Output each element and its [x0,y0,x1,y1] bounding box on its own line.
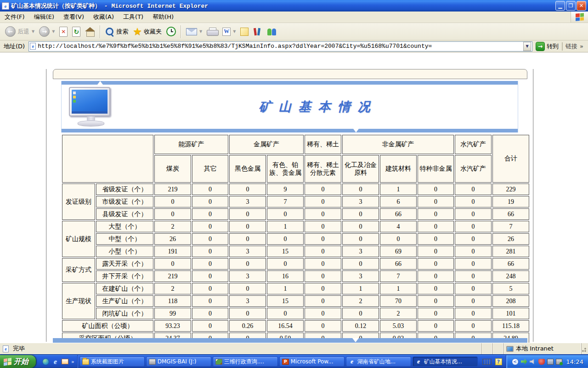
messenger-icon [267,28,277,36]
value-cell: 0 [418,283,454,294]
messenger-button[interactable] [265,24,279,39]
status-text: 完毕 [13,345,25,353]
value-cell: 0 [455,320,492,332]
table-row: 县级发证（个）000000660066 [62,208,529,220]
address-dropdown-icon[interactable]: ▼ [523,42,531,51]
value-cell: 3 [342,196,379,207]
value-cell: 0 [305,221,341,232]
refresh-button[interactable] [70,24,83,39]
value-cell: 115.18 [492,320,529,332]
tray-volume-icon[interactable] [530,359,536,365]
print-button[interactable] [204,24,220,39]
menu-view[interactable]: 查看(V) [59,12,89,23]
taskbar: 开始 » 系统截图图片DMGIS-BAI (J:)三维行政查询....Micro… [0,355,588,368]
taskbar-task[interactable]: 系统截图图片 [79,356,145,367]
col-group-header: 水汽矿产 [455,135,492,154]
research-button[interactable] [251,24,265,39]
tray-network-icon[interactable] [547,359,554,365]
value-cell: 5 [492,283,529,294]
taskbar-task[interactable]: Microsoft Pow... [279,356,345,367]
value-cell: 66 [380,258,417,270]
links-chevron-icon[interactable]: » [580,43,583,50]
search-button[interactable]: 搜索 [103,24,130,39]
menu-favorites[interactable]: 收藏(A) [89,12,119,23]
hide-tray-icons-button[interactable] [512,358,519,365]
row-group-label: 采矿方式 [62,258,95,282]
value-cell: 0 [418,270,454,282]
address-field[interactable]: http://localhost/%e7%9f%bf%e5%b1%b1%e5%8… [28,41,532,52]
word-icon [222,28,231,36]
notes-button[interactable] [238,24,251,39]
mail-button[interactable]: ▼ [184,24,204,39]
history-button[interactable] [164,24,178,39]
taskbar-task[interactable]: 矿山基本情况... [413,356,478,367]
back-button[interactable]: 后退 ▼ [3,24,37,39]
value-cell: 0 [418,233,454,245]
address-url[interactable]: http://localhost/%e7%9f%bf%e5%b1%b1%e5%8… [38,43,523,50]
col-group-header: 稀有、稀土 [305,135,341,154]
restore-button[interactable]: ❐ [566,1,576,11]
home-button[interactable] [83,24,97,39]
value-cell: 0 [455,270,492,282]
computer-monitor-icon [69,87,113,129]
forward-button[interactable]: ▼ [37,24,57,39]
value-cell: 16.54 [267,320,304,332]
links-bar[interactable]: 链接 » [562,42,586,51]
value-cell: 0 [455,283,492,294]
value-cell: 0 [342,233,379,245]
minimize-button[interactable]: ▁ [555,1,565,11]
close-button[interactable]: ✕ [577,1,586,11]
taskbar-clock: 14:24 [566,358,583,365]
menu-edit[interactable]: 编辑(E) [29,12,59,23]
quick-launch-mail-icon[interactable] [62,359,68,364]
taskbar-task[interactable]: 湖南省矿山地... [346,356,411,367]
value-cell: 9 [267,184,304,195]
language-help-icon[interactable] [495,358,502,365]
value-cell: 0 [229,208,266,220]
page-top-bar [53,69,527,79]
value-cell: 0 [229,283,266,294]
value-cell: 101 [492,308,529,319]
edit-word-button[interactable]: ▼ [220,24,238,39]
value-cell: 4 [380,221,417,232]
quick-launch-globe-icon[interactable] [42,358,49,365]
value-cell: 0 [267,208,304,220]
col-header: 其它 [192,155,228,183]
value-cell: 191 [154,246,191,257]
value-cell: 2 [342,295,379,307]
row-label: 生产矿山（个） [96,295,153,307]
taskbar-task[interactable]: 三维行政查询.... [213,356,278,367]
value-cell: 0 [305,320,341,332]
row-label: 中型（个） [96,233,153,245]
value-cell: 7 [492,221,529,232]
menu-tools[interactable]: 工具(T) [119,12,148,23]
value-cell: 0 [305,308,341,319]
start-button[interactable]: 开始 [0,355,36,368]
favorites-button[interactable]: 收藏夹 [130,24,164,39]
value-cell: 26 [492,233,529,245]
mail-icon [186,28,197,35]
task-label: 矿山基本情况... [424,358,462,366]
resize-grip[interactable] [582,343,588,354]
tray-security-shield-icon[interactable] [538,359,545,365]
value-cell: 6 [380,196,417,207]
quick-launch-ie-icon[interactable] [52,358,59,366]
tray-update-icon[interactable] [521,359,527,365]
value-cell: 69 [380,246,417,257]
language-bar [479,355,506,368]
go-button[interactable]: 转到 [532,41,562,52]
links-label: 链接 [565,42,577,51]
taskbar-task[interactable]: DMGIS-BAI (J:) [146,356,211,367]
tray-safely-remove-icon[interactable] [556,359,562,365]
table-row: 小型（个）1910315036900281 [62,246,529,257]
col-header: 水汽矿产 [455,155,492,183]
stop-button[interactable] [57,24,70,39]
keyboard-layout-icon[interactable] [482,359,492,365]
table-row: 采矿方式露天开采（个）000000660066 [62,258,529,270]
research-books-icon [253,28,262,36]
menu-help[interactable]: 帮助(H) [148,12,178,23]
value-cell: 3 [342,246,379,257]
value-cell: 0 [418,258,454,270]
quick-launch-chevron-icon[interactable]: » [71,359,74,365]
menu-file[interactable]: 文件(F) [0,12,29,23]
